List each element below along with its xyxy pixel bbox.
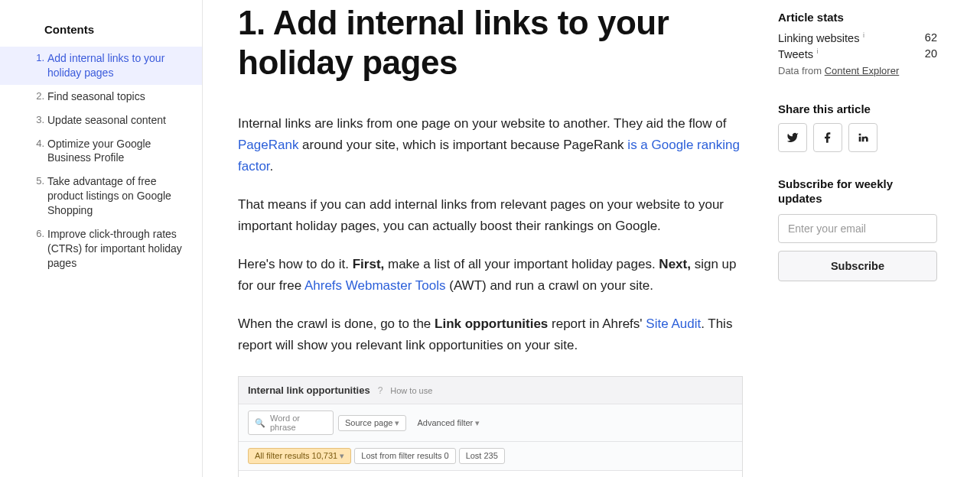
toc-heading: Contents — [0, 23, 202, 47]
data-source: Data from Content Explorer — [778, 65, 937, 76]
share-linkedin-button[interactable] — [848, 123, 877, 152]
link-awt[interactable]: Ahrefs Webmaster Tools — [304, 278, 446, 293]
tab-lost: Lost 235 — [459, 448, 505, 464]
toc-num: 5. — [32, 174, 44, 218]
share-buttons — [778, 123, 937, 152]
table-of-contents: Contents 1. Add internal links to your h… — [0, 0, 203, 477]
toc-item-5[interactable]: 5. Take advantage of free product listin… — [0, 170, 202, 222]
screenshot-header: Internal link opportunities ? How to use — [239, 377, 742, 404]
toc-item-4[interactable]: 4. Optimize your Google Business Profile — [0, 132, 202, 170]
article-main: 1. Add internal links to your holiday pa… — [203, 0, 778, 477]
toc-item-2[interactable]: 2. Find seasonal topics — [0, 85, 202, 109]
twitter-icon — [786, 131, 799, 144]
toc-item-3[interactable]: 3. Update seasonal content — [0, 109, 202, 132]
right-sidebar: Article stats Linking websites i 62 Twee… — [778, 0, 980, 477]
screenshot-title: Internal link opportunities — [248, 385, 370, 396]
stat-value: 62 — [925, 31, 937, 44]
toc-num: 2. — [32, 89, 44, 104]
info-icon: i — [815, 47, 819, 55]
toc-label: Add internal links to your holiday pages — [47, 51, 190, 80]
screenshot-filters: 🔍 Word or phrase Source page Advanced fi… — [239, 404, 742, 442]
help-icon: ? — [378, 385, 383, 396]
stats-heading: Article stats — [778, 11, 937, 24]
article-stats: Article stats Linking websites i 62 Twee… — [778, 11, 937, 76]
stat-linking-websites: Linking websites i 62 — [778, 31, 937, 44]
toc-label: Find seasonal topics — [47, 89, 190, 104]
screenshot-help: How to use — [390, 386, 432, 395]
toc-num: 1. — [32, 51, 44, 80]
paragraph: Here's how to do it. First, make a list … — [238, 254, 743, 297]
toc-label: Optimize your Google Business Profile — [47, 137, 190, 166]
paragraph: That means if you can add internal links… — [238, 194, 743, 237]
search-input-mock: 🔍 Word or phrase — [248, 410, 334, 435]
filter-source-page: Source page — [338, 415, 406, 431]
toc-item-6[interactable]: 6. Improve click-through rates (CTRs) fo… — [0, 222, 202, 275]
toc-item-1[interactable]: 1. Add internal links to your holiday pa… — [0, 47, 202, 85]
subscribe-heading: Subscribe for weekly updates — [778, 177, 937, 206]
share-twitter-button[interactable] — [778, 123, 807, 152]
share-heading: Share this article — [778, 102, 937, 115]
paragraph: When the crawl is done, go to the Link o… — [238, 313, 743, 356]
embedded-screenshot: Internal link opportunities ? How to use… — [238, 376, 743, 477]
toc-label: Improve click-through rates (CTRs) for i… — [47, 227, 190, 271]
facebook-icon — [822, 131, 834, 144]
toc-list: 1. Add internal links to your holiday pa… — [0, 47, 202, 275]
filter-advanced: Advanced filter — [411, 416, 486, 430]
link-pagerank[interactable]: PageRank — [238, 138, 298, 152]
info-icon: i — [861, 31, 864, 39]
stat-tweets: Tweets i 20 — [778, 47, 937, 60]
screenshot-tabs: All filter results 10,731 Lost from filt… — [239, 442, 742, 471]
toc-num: 4. — [32, 137, 44, 166]
toc-num: 6. — [32, 227, 44, 271]
email-input[interactable] — [778, 214, 937, 243]
share-facebook-button[interactable] — [813, 123, 842, 152]
toc-label: Update seasonal content — [47, 113, 190, 128]
toc-num: 3. — [32, 113, 44, 128]
toc-label: Take advantage of free product listings … — [47, 174, 190, 218]
subscribe-button[interactable]: Subscribe — [778, 251, 937, 281]
paragraph: Internal links are links from one page o… — [238, 113, 743, 177]
tab-all-results: All filter results 10,731 — [248, 448, 351, 464]
linkedin-icon — [857, 131, 869, 144]
link-content-explorer[interactable]: Content Explorer — [825, 65, 900, 76]
stat-value: 20 — [925, 47, 937, 60]
screenshot-columns: PR Source page Source total traffic Keyw… — [239, 471, 742, 477]
article-title: 1. Add internal links to your holiday pa… — [238, 0, 743, 83]
link-site-audit[interactable]: Site Audit — [646, 316, 701, 331]
article-body: Internal links are links from one page o… — [238, 113, 743, 477]
tab-lost-filter: Lost from filter results 0 — [354, 448, 455, 464]
search-icon: 🔍 — [255, 418, 265, 428]
